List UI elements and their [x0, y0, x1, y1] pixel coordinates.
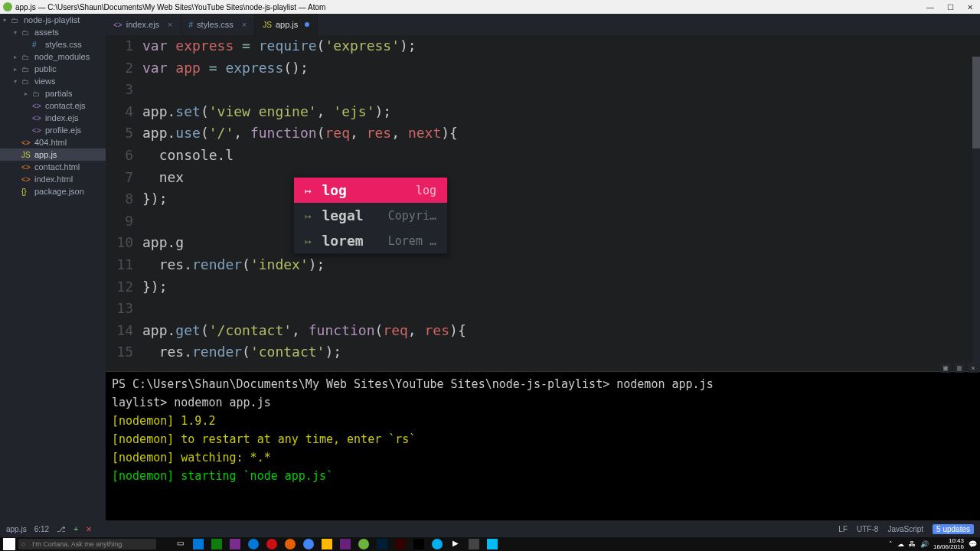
- js-icon: JS: [21, 151, 32, 159]
- notification-icon[interactable]: 💬: [969, 540, 977, 548]
- autocomplete-item[interactable]: ↦legalCopyri…: [294, 203, 447, 228]
- tree-item[interactable]: <>contact.html: [0, 161, 106, 173]
- autocomplete-label: log: [322, 182, 347, 198]
- tree-label: 404.html: [34, 138, 67, 147]
- tab-close-icon[interactable]: ×: [168, 20, 172, 29]
- taskview-icon[interactable]: ▭: [175, 539, 185, 549]
- tree-item[interactable]: <>index.ejs: [0, 112, 106, 124]
- tree-label: partials: [45, 89, 72, 98]
- js-icon: JS: [263, 21, 272, 29]
- git-add-icon[interactable]: +: [74, 525, 78, 533]
- tree-item[interactable]: JSapp.js: [0, 148, 106, 161]
- vertical-scrollbar[interactable]: [972, 57, 980, 371]
- edge-icon[interactable]: [248, 539, 259, 549]
- modified-dot-icon: [305, 22, 309, 27]
- network-icon[interactable]: 🖧: [909, 540, 916, 548]
- tree-label: public: [34, 64, 57, 73]
- tree-item[interactable]: <>profile.ejs: [0, 124, 106, 136]
- folder-icon: 🗀: [32, 90, 43, 98]
- tree-item[interactable]: #styles.css: [0, 38, 106, 51]
- tree-label: assets: [34, 28, 59, 37]
- tree-label: node-js-playlist: [24, 15, 80, 24]
- app-icon-2[interactable]: [211, 539, 222, 549]
- terminal-line: [nodemon] 1.9.2: [112, 412, 974, 430]
- firefox-icon[interactable]: [285, 539, 296, 549]
- tree-label: app.js: [34, 150, 57, 159]
- code-lines[interactable]: var express = require('express');var app…: [142, 35, 980, 364]
- ai-icon[interactable]: [395, 539, 406, 549]
- window-title: app.js — C:\Users\Shaun\Documents\My Web…: [15, 3, 325, 11]
- autocomplete-item[interactable]: ↦loremLorem …: [294, 228, 447, 253]
- skype-icon[interactable]: [432, 539, 443, 549]
- atom-icon[interactable]: [358, 539, 369, 549]
- line-gutter: 123456789101112131415: [106, 35, 142, 364]
- terminal-line: laylist> nodemon app.js: [112, 393, 974, 412]
- taskbar-clock[interactable]: 10:43 16/06/2016: [933, 538, 964, 550]
- maximize-button[interactable]: ☐: [940, 3, 960, 11]
- status-eol[interactable]: LF: [838, 525, 848, 533]
- status-language[interactable]: JavaScript: [887, 525, 923, 533]
- tree-item[interactable]: ▸🗀public: [0, 63, 106, 75]
- chrome-icon[interactable]: [303, 539, 314, 549]
- cortana-search[interactable]: I'm Cortana. Ask me anything.: [18, 539, 156, 549]
- volume-icon[interactable]: 🔊: [920, 540, 929, 548]
- terminal-line: [nodemon] watching: *.*: [112, 448, 974, 467]
- status-position[interactable]: 6:12: [34, 525, 49, 533]
- css-icon: #: [32, 41, 43, 49]
- ejs-icon: <>: [113, 21, 122, 29]
- start-button[interactable]: [3, 538, 15, 550]
- opera-icon[interactable]: [266, 539, 277, 549]
- system-tray[interactable]: ˄ ☁ 🖧 🔊 10:43 16/06/2016 💬: [889, 538, 977, 550]
- tree-arrow-icon: ▾: [14, 78, 21, 85]
- ejs-icon: <>: [32, 114, 43, 122]
- tree-item[interactable]: ▾🗀assets: [0, 26, 106, 38]
- tree-item[interactable]: <>index.html: [0, 173, 106, 185]
- status-file[interactable]: app.js: [6, 525, 27, 533]
- editor-tab[interactable]: JSapp.js: [255, 14, 318, 35]
- tree-root[interactable]: ▾ 🗀 node-js-playlist: [0, 14, 106, 26]
- terminal-panel[interactable]: ▣ ▥ ✕ PS C:\Users\Shaun\Documents\My Web…: [106, 371, 980, 520]
- tab-close-icon[interactable]: ×: [242, 20, 247, 29]
- app-icon-x[interactable]: [469, 539, 479, 549]
- file-tree[interactable]: ▾ 🗀 node-js-playlist ▾🗀assets#styles.css…: [0, 14, 106, 520]
- app-icon-y[interactable]: [487, 539, 498, 549]
- window-controls: — ☐ ✕: [920, 3, 980, 11]
- terminal-tab-icon[interactable]: ▣: [940, 363, 951, 373]
- git-branch-icon[interactable]: ⎇: [57, 525, 66, 533]
- terminal-line: PS C:\Users\Shaun\Documents\My Web Sites…: [112, 375, 974, 393]
- code-editor[interactable]: 123456789101112131415 var express = requ…: [106, 35, 980, 371]
- tray-chevron-icon[interactable]: ˄: [889, 540, 893, 548]
- app-icon-3[interactable]: [230, 539, 240, 549]
- vs-icon[interactable]: [340, 539, 351, 549]
- onedrive-icon[interactable]: ☁: [897, 540, 904, 548]
- media-icon[interactable]: ▶: [450, 539, 461, 549]
- folder-icon: 🗀: [21, 65, 32, 73]
- status-encoding[interactable]: UTF-8: [857, 525, 878, 533]
- ps-icon[interactable]: [377, 539, 387, 549]
- app-icon-1[interactable]: [193, 539, 204, 549]
- tree-arrow-icon: ▸: [24, 90, 32, 97]
- autocomplete-item[interactable]: ↦loglog: [294, 178, 447, 203]
- autocomplete-popup[interactable]: ↦loglog↦legalCopyri…↦loremLorem …: [293, 177, 448, 254]
- snippet-arrow-icon: ↦: [305, 210, 311, 222]
- close-button[interactable]: ✕: [960, 3, 980, 11]
- tree-item[interactable]: ▸🗀node_modules: [0, 51, 106, 63]
- explorer-icon[interactable]: [322, 539, 332, 549]
- git-error-icon[interactable]: ✕: [86, 525, 92, 533]
- status-updates[interactable]: 5 updates: [933, 524, 974, 534]
- tree-item[interactable]: ▾🗀views: [0, 75, 106, 87]
- tree-item[interactable]: {}package.json: [0, 185, 106, 197]
- scrollbar-thumb[interactable]: [972, 57, 980, 148]
- minimize-button[interactable]: —: [920, 3, 940, 11]
- cmd-icon[interactable]: [413, 539, 424, 549]
- tree-item[interactable]: <>contact.ejs: [0, 99, 106, 112]
- chevron-down-icon: ▾: [3, 17, 11, 24]
- tree-label: contact.html: [34, 162, 80, 171]
- editor-tab[interactable]: #styles.css×: [181, 14, 256, 35]
- window-titlebar: app.js — C:\Users\Shaun\Documents\My Web…: [0, 0, 980, 14]
- tree-item[interactable]: <>404.html: [0, 136, 106, 148]
- terminal-close-icon[interactable]: ✕: [968, 363, 978, 373]
- tree-item[interactable]: ▸🗀partials: [0, 87, 106, 99]
- terminal-split-icon[interactable]: ▥: [954, 363, 965, 373]
- editor-tab[interactable]: <>index.ejs×: [106, 14, 181, 35]
